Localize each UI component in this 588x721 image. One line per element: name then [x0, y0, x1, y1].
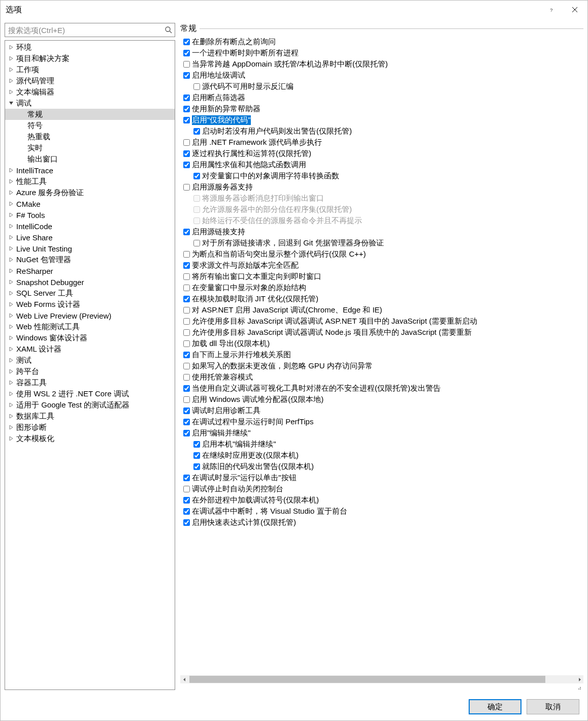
chevron-right-icon[interactable] — [8, 335, 14, 341]
tree-item[interactable]: 测试 — [5, 355, 175, 366]
tree-item[interactable]: 环境 — [5, 42, 175, 53]
tree-item[interactable]: 源代码管理 — [5, 75, 175, 86]
tree-item[interactable]: 适用于 Google Test 的测试适配器 — [5, 399, 175, 411]
chevron-right-icon[interactable] — [8, 234, 14, 240]
chevron-right-icon[interactable] — [8, 279, 14, 285]
chevron-right-icon[interactable] — [8, 55, 14, 61]
chevron-right-icon[interactable] — [8, 413, 14, 419]
chevron-right-icon[interactable] — [8, 435, 14, 442]
options-list[interactable]: 在删除所有断点之前询问一个进程中断时则中断所有进程当异常跨越 AppDomain… — [180, 36, 583, 675]
horizontal-scrollbar[interactable] — [180, 675, 583, 684]
chevron-right-icon[interactable] — [8, 223, 14, 229]
option-checkbox[interactable] — [183, 61, 190, 68]
chevron-right-icon[interactable] — [8, 391, 14, 397]
help-button[interactable]: ? — [540, 2, 563, 17]
chevron-right-icon[interactable] — [8, 346, 14, 352]
tree-item[interactable]: SQL Server 工具 — [5, 288, 175, 299]
option-checkbox[interactable] — [183, 374, 190, 381]
tree-item[interactable]: Live Share — [5, 232, 175, 243]
tree-item[interactable]: Web Forms 设计器 — [5, 299, 175, 310]
tree-item[interactable]: Windows 窗体设计器 — [5, 332, 175, 343]
chevron-down-icon[interactable] — [8, 100, 14, 106]
option-checkbox[interactable] — [193, 441, 200, 448]
close-button[interactable] — [563, 2, 586, 17]
chevron-right-icon[interactable] — [8, 357, 14, 363]
option-checkbox[interactable] — [183, 106, 190, 112]
option-checkbox[interactable] — [183, 430, 190, 436]
tree-item[interactable]: 跨平台 — [5, 366, 175, 377]
option-checkbox[interactable] — [183, 396, 190, 403]
option-checkbox[interactable] — [193, 452, 200, 459]
tree-item[interactable]: 文本编辑器 — [5, 86, 175, 98]
tree-item[interactable]: 符号 — [5, 120, 175, 131]
tree-item[interactable]: Live Unit Testing — [5, 243, 175, 254]
search-input[interactable] — [8, 26, 165, 35]
option-checkbox[interactable] — [183, 262, 190, 269]
tree-item[interactable]: NuGet 包管理器 — [5, 254, 175, 265]
option-checkbox[interactable] — [183, 50, 190, 56]
chevron-right-icon[interactable] — [8, 167, 14, 173]
option-checkbox[interactable] — [193, 240, 200, 246]
option-checkbox[interactable] — [183, 419, 190, 425]
scroll-thumb[interactable] — [189, 676, 545, 683]
option-checkbox[interactable] — [183, 184, 190, 191]
tree-item[interactable]: 容器工具 — [5, 377, 175, 388]
option-checkbox[interactable] — [183, 508, 190, 515]
tree-item[interactable]: 数据库工具 — [5, 411, 175, 422]
tree-item[interactable]: ReSharper — [5, 265, 175, 276]
chevron-right-icon[interactable] — [8, 424, 14, 430]
tree-item[interactable]: 常规 — [5, 109, 175, 120]
tree-item[interactable]: Web Live Preview (Preview) — [5, 310, 175, 321]
chevron-right-icon[interactable] — [8, 190, 14, 196]
tree-item[interactable]: XAML 设计器 — [5, 343, 175, 355]
chevron-right-icon[interactable] — [8, 368, 14, 374]
option-checkbox[interactable] — [183, 329, 190, 336]
tree-item[interactable]: Web 性能测试工具 — [5, 321, 175, 332]
chevron-right-icon[interactable] — [8, 89, 14, 95]
category-tree[interactable]: 环境项目和解决方案工作项源代码管理文本编辑器调试常规符号热重载实时输出窗口Int… — [5, 40, 175, 690]
option-checkbox[interactable] — [183, 407, 190, 414]
tree-item[interactable]: 实时 — [5, 142, 175, 153]
option-checkbox[interactable] — [183, 162, 190, 168]
chevron-right-icon[interactable] — [8, 402, 14, 408]
option-checkbox[interactable] — [183, 229, 190, 235]
option-checkbox[interactable] — [183, 150, 190, 157]
tree-item[interactable]: 性能工具 — [5, 176, 175, 187]
chevron-right-icon[interactable] — [8, 245, 14, 252]
chevron-right-icon[interactable] — [8, 44, 14, 50]
option-checkbox[interactable] — [193, 83, 200, 90]
tree-item[interactable]: Azure 服务身份验证 — [5, 187, 175, 198]
tree-item[interactable]: F# Tools — [5, 209, 175, 221]
option-checkbox[interactable] — [183, 340, 190, 347]
cancel-button[interactable]: 取消 — [527, 699, 579, 714]
option-checkbox[interactable] — [183, 318, 190, 325]
scroll-left-arrow[interactable] — [180, 675, 188, 683]
option-checkbox[interactable] — [183, 139, 190, 146]
option-checkbox[interactable] — [183, 117, 190, 123]
option-checkbox[interactable] — [183, 475, 190, 481]
scroll-track[interactable] — [188, 675, 575, 683]
option-checkbox[interactable] — [183, 95, 190, 101]
option-checkbox[interactable] — [183, 363, 190, 369]
chevron-right-icon[interactable] — [8, 257, 14, 263]
option-checkbox[interactable] — [183, 352, 190, 358]
tree-item[interactable]: IntelliCode — [5, 221, 175, 232]
tree-item[interactable]: 调试 — [5, 98, 175, 109]
chevron-right-icon[interactable] — [8, 178, 14, 184]
chevron-right-icon[interactable] — [8, 212, 14, 218]
tree-item[interactable]: 图形诊断 — [5, 422, 175, 433]
option-checkbox[interactable] — [193, 128, 200, 135]
chevron-right-icon[interactable] — [8, 78, 14, 84]
chevron-right-icon[interactable] — [8, 268, 14, 274]
option-checkbox[interactable] — [183, 519, 190, 526]
option-checkbox[interactable] — [193, 463, 200, 470]
tree-item[interactable]: 文本模板化 — [5, 433, 175, 444]
resize-grip[interactable] — [180, 684, 583, 690]
chevron-right-icon[interactable] — [8, 324, 14, 330]
option-checkbox[interactable] — [183, 273, 190, 280]
tree-item[interactable]: IntelliTrace — [5, 165, 175, 176]
tree-item[interactable]: 使用 WSL 2 进行 .NET Core 调试 — [5, 388, 175, 399]
tree-item[interactable]: 项目和解决方案 — [5, 53, 175, 64]
tree-item[interactable]: Snapshot Debugger — [5, 276, 175, 288]
chevron-right-icon[interactable] — [8, 380, 14, 386]
